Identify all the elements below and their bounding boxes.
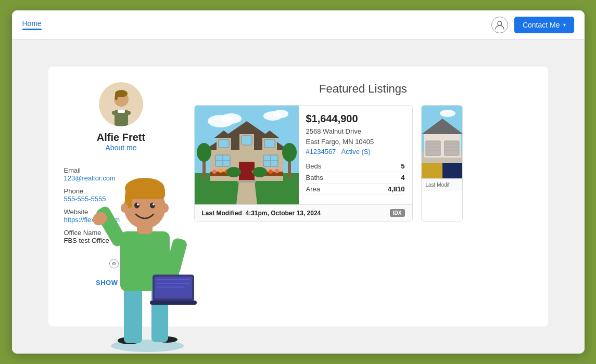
browser-window: Home Contact Me ▾ xyxy=(12,10,585,354)
office-label: Office Name xyxy=(64,229,179,237)
email-value[interactable]: 123@realtor.com xyxy=(64,174,179,182)
website-value[interactable]: https://flexmls.com xyxy=(64,216,179,224)
listing-card[interactable]: $1,644,900 2568 Walnut Drive East Fargo,… xyxy=(194,105,413,222)
svg-rect-45 xyxy=(237,180,256,183)
nav-underline xyxy=(22,29,42,30)
svg-point-69 xyxy=(157,336,177,343)
beds-value: 5 xyxy=(356,161,405,172)
listing-card-body: $1,644,900 2568 Walnut Drive East Fargo,… xyxy=(195,106,412,204)
chevron-up-icon: ∧ xyxy=(141,279,147,287)
show-less-label: SHOW LESS xyxy=(96,279,139,287)
nav-right: Contact Me ▾ xyxy=(491,17,574,33)
phone-label: Phone xyxy=(64,187,179,195)
svg-rect-8 xyxy=(125,111,131,115)
agent-panel: Alfie Frett About me Email 123@realtor.c… xyxy=(64,82,179,311)
listing-tags: #1234567 Active (S) xyxy=(306,148,405,155)
svg-point-0 xyxy=(498,21,502,25)
svg-rect-7 xyxy=(112,111,117,115)
idx-badge: IDX xyxy=(390,209,405,217)
office-value: FBS test Office xyxy=(64,237,179,244)
modified-label: Last Modified xyxy=(202,210,242,217)
svg-point-36 xyxy=(212,170,217,174)
svg-point-11 xyxy=(221,113,242,124)
listing-status: Active (S) xyxy=(341,148,370,155)
svg-rect-58 xyxy=(445,141,459,155)
beds-row: Beds 5 xyxy=(306,161,405,172)
baths-value: 4 xyxy=(356,172,405,184)
listings-panel: Featured Listings xyxy=(194,82,532,311)
listing-price: $1,644,900 xyxy=(306,113,405,125)
baths-row: Baths 4 xyxy=(306,172,405,184)
area-row: Area 4,810 xyxy=(306,184,405,195)
listings-scroll: $1,644,900 2568 Walnut Drive East Fargo,… xyxy=(194,105,532,222)
modified-value: 4:31pm, October 13, 2024 xyxy=(246,210,321,217)
area-value: 4,810 xyxy=(356,184,405,195)
website-label: Website xyxy=(64,208,179,216)
chevron-down-icon: ▾ xyxy=(563,22,566,28)
partial-modified-label: Last Modif xyxy=(426,182,450,188)
svg-rect-65 xyxy=(422,163,442,178)
svg-rect-24 xyxy=(242,136,252,145)
svg-point-49 xyxy=(197,143,211,162)
listing-address1: 2568 Walnut Drive xyxy=(306,127,405,136)
svg-point-53 xyxy=(440,110,455,117)
beds-label: Beds xyxy=(306,161,356,172)
svg-rect-6 xyxy=(118,110,125,113)
svg-point-42 xyxy=(269,170,273,174)
partial-listing-image xyxy=(422,106,463,178)
svg-point-47 xyxy=(252,167,267,177)
show-less-button[interactable]: SHOW LESS ∧ xyxy=(96,279,146,287)
fbs-label: FBS xyxy=(121,260,133,267)
listing-stats-table: Beds 5 Baths 4 Area 4,81 xyxy=(306,161,405,195)
svg-rect-66 xyxy=(442,163,463,178)
navbar: Home Contact Me ▾ xyxy=(12,10,585,40)
agent-name: Alfie Frett xyxy=(97,132,145,144)
svg-point-13 xyxy=(273,110,288,118)
listing-card-partial[interactable]: Last Modif xyxy=(421,105,463,222)
nav-left: Home xyxy=(22,19,42,30)
svg-point-37 xyxy=(219,168,223,173)
svg-rect-23 xyxy=(219,139,229,148)
mls-number[interactable]: #1234567 xyxy=(306,148,336,155)
svg-marker-44 xyxy=(236,181,257,204)
contact-me-button[interactable]: Contact Me ▾ xyxy=(514,17,574,33)
fbs-logo: ⊙ FBS xyxy=(109,259,133,268)
agent-about-link[interactable]: About me xyxy=(106,144,137,152)
listing-image xyxy=(195,106,299,204)
last-modified: Last Modified: 4:31pm, October 13, 2024 xyxy=(202,210,321,217)
partial-card-footer: Last Modif xyxy=(422,178,462,191)
svg-rect-4 xyxy=(115,94,118,100)
svg-point-68 xyxy=(118,337,141,344)
svg-point-67 xyxy=(111,340,184,352)
phone-value[interactable]: 555-555-5555 xyxy=(64,195,179,203)
listing-footer: Last Modified: 4:31pm, October 13, 2024 … xyxy=(195,204,412,221)
listing-address2: East Fargo, MN 10405 xyxy=(306,137,405,147)
email-label: Email xyxy=(64,166,179,174)
listing-info: $1,644,900 2568 Walnut Drive East Fargo,… xyxy=(299,106,412,204)
agent-avatar xyxy=(99,82,143,126)
svg-point-51 xyxy=(282,143,297,162)
svg-rect-25 xyxy=(264,139,275,148)
svg-rect-57 xyxy=(426,141,440,155)
svg-point-43 xyxy=(275,169,279,173)
svg-point-46 xyxy=(226,167,241,177)
home-nav-link[interactable]: Home xyxy=(22,19,42,28)
fbs-circle-icon: ⊙ xyxy=(109,259,119,268)
baths-label: Baths xyxy=(306,172,356,184)
main-content: Alfie Frett About me Email 123@realtor.c… xyxy=(12,40,585,354)
user-icon[interactable] xyxy=(491,17,508,33)
contact-btn-label: Contact Me xyxy=(523,21,560,29)
area-label: Area xyxy=(306,184,356,195)
content-card: Alfie Frett About me Email 123@realtor.c… xyxy=(48,67,548,327)
listings-title: Featured Listings xyxy=(194,82,532,96)
agent-details: Email 123@realtor.com Phone 555-555-5555… xyxy=(64,161,179,244)
